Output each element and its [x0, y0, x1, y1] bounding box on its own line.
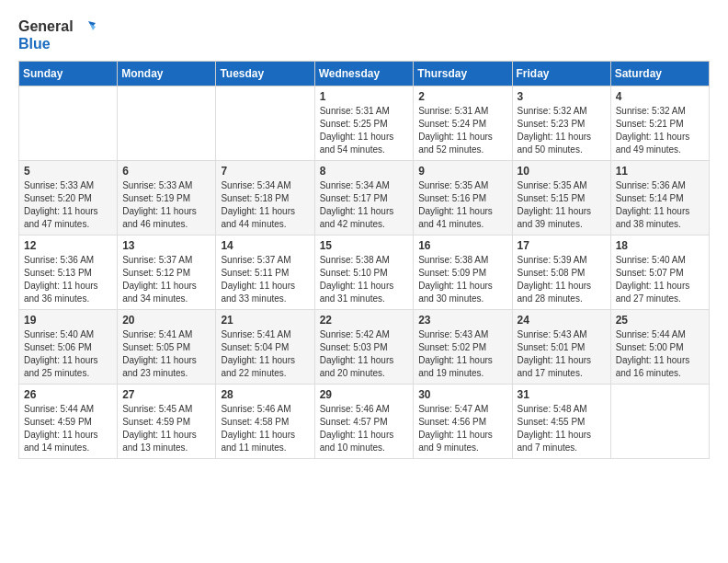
calendar-week-row: 19Sunrise: 5:40 AM Sunset: 5:06 PM Dayli…: [19, 310, 710, 385]
calendar-day-cell: 2Sunrise: 5:31 AM Sunset: 5:24 PM Daylig…: [414, 86, 512, 161]
day-number: 3: [518, 90, 606, 103]
day-number: 4: [616, 90, 704, 103]
day-detail: Sunrise: 5:36 AM Sunset: 5:14 PM Dayligh…: [616, 179, 704, 231]
day-detail: Sunrise: 5:35 AM Sunset: 5:16 PM Dayligh…: [418, 179, 506, 231]
day-number: 22: [320, 314, 409, 327]
day-detail: Sunrise: 5:43 AM Sunset: 5:01 PM Dayligh…: [518, 328, 606, 380]
calendar-day-cell: 29Sunrise: 5:46 AM Sunset: 4:57 PM Dayli…: [314, 385, 414, 459]
day-number: 15: [320, 239, 409, 252]
day-number: 28: [221, 388, 309, 401]
day-number: 23: [418, 314, 506, 327]
day-number: 25: [616, 314, 704, 327]
day-number: 18: [616, 239, 704, 252]
logo-blue: Blue: [18, 36, 51, 52]
day-detail: Sunrise: 5:35 AM Sunset: 5:15 PM Dayligh…: [518, 179, 606, 231]
calendar-day-cell: 28Sunrise: 5:46 AM Sunset: 4:58 PM Dayli…: [216, 385, 314, 459]
day-detail: Sunrise: 5:46 AM Sunset: 4:58 PM Dayligh…: [221, 403, 309, 454]
calendar-day-cell: 8Sunrise: 5:34 AM Sunset: 5:17 PM Daylig…: [314, 161, 414, 236]
weekday-header-cell: Saturday: [610, 62, 709, 86]
calendar-day-cell: 6Sunrise: 5:33 AM Sunset: 5:19 PM Daylig…: [118, 161, 216, 236]
calendar-day-cell: 1Sunrise: 5:31 AM Sunset: 5:25 PM Daylig…: [314, 86, 414, 161]
weekday-header-cell: Sunday: [19, 62, 118, 86]
weekday-header-cell: Monday: [118, 62, 216, 86]
day-detail: Sunrise: 5:44 AM Sunset: 5:00 PM Dayligh…: [616, 328, 704, 380]
day-detail: Sunrise: 5:31 AM Sunset: 5:25 PM Dayligh…: [320, 105, 409, 156]
page-header: General Blue: [18, 18, 710, 52]
calendar-day-cell: [19, 86, 118, 161]
calendar-week-row: 5Sunrise: 5:33 AM Sunset: 5:20 PM Daylig…: [19, 161, 710, 236]
calendar-day-cell: 26Sunrise: 5:44 AM Sunset: 4:59 PM Dayli…: [19, 385, 118, 459]
calendar-day-cell: [118, 86, 216, 161]
day-detail: Sunrise: 5:37 AM Sunset: 5:11 PM Dayligh…: [221, 254, 309, 305]
calendar-day-cell: [216, 86, 314, 161]
day-detail: Sunrise: 5:44 AM Sunset: 4:59 PM Dayligh…: [24, 403, 112, 454]
weekday-header-cell: Wednesday: [314, 62, 414, 86]
calendar-week-row: 26Sunrise: 5:44 AM Sunset: 4:59 PM Dayli…: [19, 385, 710, 459]
weekday-header-cell: Thursday: [414, 62, 512, 86]
calendar-day-cell: 7Sunrise: 5:34 AM Sunset: 5:18 PM Daylig…: [216, 161, 314, 236]
day-detail: Sunrise: 5:48 AM Sunset: 4:55 PM Dayligh…: [518, 403, 606, 454]
calendar-day-cell: 5Sunrise: 5:33 AM Sunset: 5:20 PM Daylig…: [19, 161, 118, 236]
calendar-day-cell: 23Sunrise: 5:43 AM Sunset: 5:02 PM Dayli…: [414, 310, 512, 385]
logo: General Blue: [18, 18, 96, 52]
calendar-day-cell: 19Sunrise: 5:40 AM Sunset: 5:06 PM Dayli…: [19, 310, 118, 385]
day-number: 30: [418, 388, 506, 401]
day-detail: Sunrise: 5:39 AM Sunset: 5:08 PM Dayligh…: [518, 254, 606, 305]
calendar-day-cell: 12Sunrise: 5:36 AM Sunset: 5:13 PM Dayli…: [19, 236, 118, 310]
day-detail: Sunrise: 5:36 AM Sunset: 5:13 PM Dayligh…: [24, 254, 112, 305]
day-detail: Sunrise: 5:33 AM Sunset: 5:20 PM Dayligh…: [24, 179, 112, 231]
day-detail: Sunrise: 5:47 AM Sunset: 4:56 PM Dayligh…: [418, 403, 506, 454]
day-number: 19: [24, 314, 112, 327]
day-detail: Sunrise: 5:37 AM Sunset: 5:12 PM Dayligh…: [122, 254, 210, 305]
day-detail: Sunrise: 5:41 AM Sunset: 5:05 PM Dayligh…: [122, 328, 210, 380]
day-detail: Sunrise: 5:43 AM Sunset: 5:02 PM Dayligh…: [418, 328, 506, 380]
weekday-header-cell: Tuesday: [216, 62, 314, 86]
day-detail: Sunrise: 5:38 AM Sunset: 5:09 PM Dayligh…: [418, 254, 506, 305]
day-detail: Sunrise: 5:33 AM Sunset: 5:19 PM Dayligh…: [122, 179, 210, 231]
logo-general: General: [18, 18, 74, 34]
day-number: 27: [122, 388, 210, 401]
calendar-day-cell: 25Sunrise: 5:44 AM Sunset: 5:00 PM Dayli…: [610, 310, 709, 385]
calendar-day-cell: 21Sunrise: 5:41 AM Sunset: 5:04 PM Dayli…: [216, 310, 314, 385]
day-detail: Sunrise: 5:38 AM Sunset: 5:10 PM Dayligh…: [320, 254, 409, 305]
day-number: 13: [122, 239, 210, 252]
day-number: 24: [518, 314, 606, 327]
day-number: 1: [320, 90, 409, 103]
calendar-day-cell: 31Sunrise: 5:48 AM Sunset: 4:55 PM Dayli…: [512, 385, 610, 459]
day-detail: Sunrise: 5:32 AM Sunset: 5:23 PM Dayligh…: [518, 105, 606, 156]
day-number: 17: [518, 239, 606, 252]
weekday-header-row: SundayMondayTuesdayWednesdayThursdayFrid…: [19, 62, 710, 86]
calendar-day-cell: 27Sunrise: 5:45 AM Sunset: 4:59 PM Dayli…: [118, 385, 216, 459]
day-detail: Sunrise: 5:42 AM Sunset: 5:03 PM Dayligh…: [320, 328, 409, 380]
day-number: 9: [418, 165, 506, 178]
day-detail: Sunrise: 5:34 AM Sunset: 5:18 PM Dayligh…: [221, 179, 309, 231]
calendar-week-row: 12Sunrise: 5:36 AM Sunset: 5:13 PM Dayli…: [19, 236, 710, 310]
logo-wordmark: General Blue: [18, 18, 96, 52]
calendar-day-cell: 13Sunrise: 5:37 AM Sunset: 5:12 PM Dayli…: [118, 236, 216, 310]
day-detail: Sunrise: 5:40 AM Sunset: 5:06 PM Dayligh…: [24, 328, 112, 380]
day-number: 29: [320, 388, 409, 401]
calendar-day-cell: 9Sunrise: 5:35 AM Sunset: 5:16 PM Daylig…: [414, 161, 512, 236]
weekday-header-cell: Friday: [512, 62, 610, 86]
day-number: 6: [122, 165, 210, 178]
calendar-day-cell: 14Sunrise: 5:37 AM Sunset: 5:11 PM Dayli…: [216, 236, 314, 310]
day-number: 8: [320, 165, 409, 178]
calendar-week-row: 1Sunrise: 5:31 AM Sunset: 5:25 PM Daylig…: [19, 86, 710, 161]
day-number: 14: [221, 239, 309, 252]
day-number: 11: [616, 165, 704, 178]
calendar-day-cell: 15Sunrise: 5:38 AM Sunset: 5:10 PM Dayli…: [314, 236, 414, 310]
day-number: 20: [122, 314, 210, 327]
calendar-day-cell: 18Sunrise: 5:40 AM Sunset: 5:07 PM Dayli…: [610, 236, 709, 310]
calendar-day-cell: 16Sunrise: 5:38 AM Sunset: 5:09 PM Dayli…: [414, 236, 512, 310]
calendar-table: SundayMondayTuesdayWednesdayThursdayFrid…: [18, 61, 710, 459]
calendar-day-cell: 22Sunrise: 5:42 AM Sunset: 5:03 PM Dayli…: [314, 310, 414, 385]
day-number: 2: [418, 90, 506, 103]
calendar-day-cell: 30Sunrise: 5:47 AM Sunset: 4:56 PM Dayli…: [414, 385, 512, 459]
calendar-day-cell: 24Sunrise: 5:43 AM Sunset: 5:01 PM Dayli…: [512, 310, 610, 385]
day-number: 16: [418, 239, 506, 252]
day-detail: Sunrise: 5:41 AM Sunset: 5:04 PM Dayligh…: [221, 328, 309, 380]
day-number: 12: [24, 239, 112, 252]
day-number: 5: [24, 165, 112, 178]
logo-bird-icon: [79, 19, 96, 36]
day-detail: Sunrise: 5:32 AM Sunset: 5:21 PM Dayligh…: [616, 105, 704, 156]
